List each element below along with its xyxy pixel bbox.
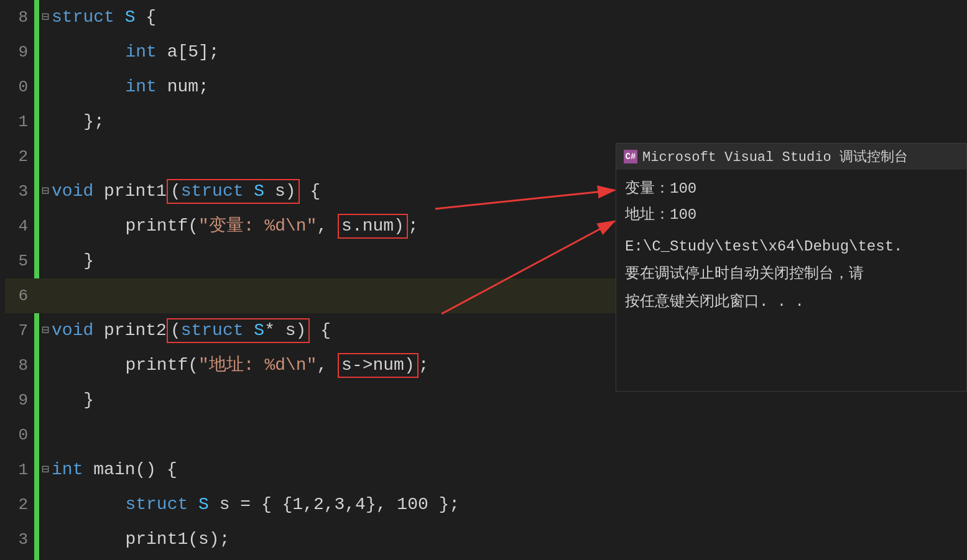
keyword-struct: struct bbox=[52, 0, 114, 35]
printf-text: printf( bbox=[125, 209, 198, 244]
code-text: }; bbox=[42, 104, 104, 139]
code-text: { bbox=[300, 174, 321, 209]
semicolon2: ; bbox=[419, 348, 429, 383]
line-content: int num; bbox=[34, 70, 616, 104]
line-number: 0 bbox=[0, 418, 34, 452]
path-line: E:\C_Study\test\x64\Debug\test. bbox=[625, 235, 958, 259]
line-number: 7 bbox=[0, 313, 34, 348]
indent bbox=[42, 522, 125, 557]
code-text: a[5]; bbox=[157, 35, 220, 70]
keyword-struct2: struct bbox=[125, 487, 188, 522]
line-content: ⊟void print2(struct S* s) { bbox=[34, 313, 616, 348]
code-text: print1(s); bbox=[125, 522, 229, 557]
string-format: "变量: %d\n" bbox=[198, 209, 317, 244]
keyword-void2: void bbox=[52, 313, 93, 348]
comma: , bbox=[317, 209, 338, 244]
line-number: 8 bbox=[0, 0, 34, 35]
collapse-icon4[interactable]: ⊟ bbox=[42, 452, 49, 487]
line-number: 6 bbox=[0, 278, 34, 313]
highlight-struct-s-s: (struct S s) bbox=[167, 179, 300, 204]
highlight-s-num: s.num) bbox=[338, 214, 408, 239]
console-title-bar: C# Microsoft Visual Studio 调试控制台 bbox=[616, 144, 966, 170]
code-line-7: 7 ⊟void print2(struct S* s) { bbox=[0, 313, 616, 348]
code-line-3: 3 ⊟void print1(struct S s) { bbox=[0, 174, 616, 209]
indent bbox=[42, 209, 125, 244]
line-number: 5 bbox=[0, 244, 34, 278]
line-number: 1 bbox=[0, 452, 34, 487]
code-text: { bbox=[310, 313, 331, 348]
code-line-9b: 9 } bbox=[0, 383, 616, 418]
collapse-icon3[interactable]: ⊟ bbox=[42, 313, 49, 348]
line-content: print1(s); bbox=[34, 522, 616, 557]
line-number: 9 bbox=[0, 383, 34, 418]
line-content: printf("地址: %d\n", s->num); bbox=[34, 348, 616, 383]
line-content: } bbox=[34, 383, 616, 418]
line-content: } bbox=[34, 244, 616, 278]
line-number: 4 bbox=[0, 209, 34, 244]
code-panel: 8 ⊟struct S { 9 int a[5]; 0 int num; 1 bbox=[0, 0, 616, 560]
printf-text2: printf( bbox=[125, 348, 198, 383]
code-text: main() { bbox=[83, 452, 177, 487]
code-line-4b: 4 print2(&s); bbox=[0, 557, 616, 560]
line-number: 1 bbox=[0, 104, 34, 139]
brace: { bbox=[136, 0, 157, 35]
indent bbox=[42, 487, 125, 522]
output-line-2: 地址：100 bbox=[625, 203, 958, 227]
code-line-8b: 8 printf("地址: %d\n", s->num); bbox=[0, 348, 616, 383]
line-content: int a[5]; bbox=[34, 35, 616, 70]
keyword-int2: int bbox=[125, 70, 156, 104]
keyword-int: int bbox=[125, 35, 156, 70]
code-text: print2 bbox=[93, 313, 167, 348]
code-line-8: 8 ⊟struct S { bbox=[0, 0, 616, 35]
space2 bbox=[188, 487, 198, 522]
code-text: num; bbox=[157, 70, 209, 104]
line-content: }; bbox=[34, 104, 616, 139]
hint-line-1: 要在调试停止时自动关闭控制台，请 bbox=[625, 262, 958, 286]
line-content: printf("变量: %d\n", s.num); bbox=[34, 209, 616, 244]
string-format2: "地址: %d\n" bbox=[198, 348, 317, 383]
console-body: 变量：100 地址：100 E:\C_Study\test\x64\Debug\… bbox=[616, 170, 966, 321]
type-S2: S bbox=[198, 487, 209, 522]
line-content: ⊟void print1(struct S s) { bbox=[34, 174, 616, 209]
line-number: 8 bbox=[0, 348, 34, 383]
indent bbox=[42, 557, 125, 560]
code-line-9: 9 int a[5]; bbox=[0, 35, 616, 70]
code-line-5: 5 } bbox=[0, 244, 616, 278]
code-text: print1 bbox=[93, 174, 167, 209]
collapse-icon2[interactable]: ⊟ bbox=[42, 174, 49, 209]
type-S: S bbox=[125, 0, 136, 35]
line-number: 2 bbox=[0, 487, 34, 522]
code-line-0: 0 int num; bbox=[0, 70, 616, 104]
line-content: print2(&s); bbox=[34, 557, 616, 560]
indent bbox=[42, 35, 125, 70]
line-content: struct S s = { {1,2,3,4}, 100 }; bbox=[34, 487, 616, 522]
hint-line-2: 按任意键关闭此窗口. . . bbox=[625, 290, 958, 314]
code-line-1: 1 }; bbox=[0, 104, 616, 139]
line-number: 0 bbox=[0, 70, 34, 104]
code-line-1b: 1 ⊟int main() { bbox=[0, 452, 616, 487]
line-number: 9 bbox=[0, 35, 34, 70]
code-line-4: 4 printf("变量: %d\n", s.num); bbox=[0, 209, 616, 244]
code-text: } bbox=[42, 244, 94, 278]
highlight-struct-s-ptr: (struct S* s) bbox=[167, 318, 310, 343]
keyword-void: void bbox=[52, 174, 93, 209]
semicolon: ; bbox=[408, 209, 419, 244]
code-line-2b: 2 struct S s = { {1,2,3,4}, 100 }; bbox=[0, 487, 616, 522]
output-line-1: 变量：100 bbox=[625, 177, 958, 201]
line-content: ⊟int main() { bbox=[34, 452, 616, 487]
console-panel: C# Microsoft Visual Studio 调试控制台 变量：100 … bbox=[616, 143, 967, 392]
vs-icon: C# bbox=[624, 150, 637, 163]
code-text: print2(&s); bbox=[125, 557, 240, 560]
keyword-int-main: int bbox=[52, 452, 83, 487]
highlight-s-arrow-num: s->num) bbox=[338, 353, 419, 378]
vs-icon-label: C# bbox=[626, 152, 636, 162]
line-number: 3 bbox=[0, 174, 34, 209]
code-text: } bbox=[42, 383, 94, 418]
indent bbox=[42, 70, 125, 104]
indent bbox=[42, 348, 125, 383]
code-line-2: 2 bbox=[0, 139, 616, 174]
code-line-6: 6 bbox=[0, 278, 616, 313]
console-title: Microsoft Visual Studio 调试控制台 bbox=[642, 147, 908, 166]
code-line-0b: 0 bbox=[0, 418, 616, 452]
collapse-icon[interactable]: ⊟ bbox=[42, 0, 49, 35]
